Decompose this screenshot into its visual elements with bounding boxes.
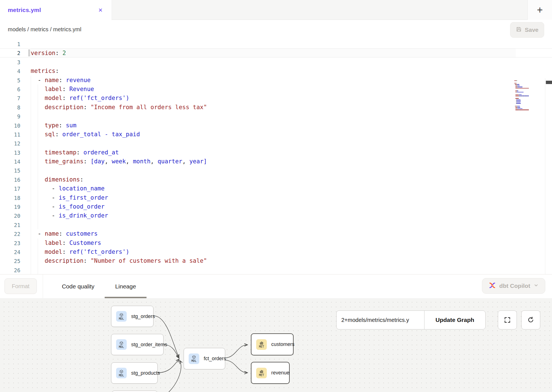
line-number: 12	[0, 139, 24, 148]
tab-strip-empty	[112, 0, 527, 20]
indent-guide	[38, 148, 45, 157]
code-line[interactable]: - name: customers	[31, 229, 516, 238]
line-number: 25	[0, 257, 24, 266]
scrollbar-track	[545, 78, 545, 274]
code-line[interactable]	[31, 139, 516, 148]
indent-guide	[38, 166, 45, 175]
indent-guide	[31, 247, 38, 256]
dbt-copilot-label: dbt Copilot	[499, 283, 530, 289]
code-text: model: ref('fct_orders')	[45, 247, 129, 256]
code-text: description: "Income from all orders les…	[45, 103, 207, 112]
indent-guide	[31, 175, 38, 184]
code-line[interactable]	[31, 266, 516, 274]
lineage-node-customers[interactable]: METcustomers	[251, 333, 294, 355]
lineage-node-stg_orders[interactable]: MDLstg_orders	[111, 306, 153, 327]
minimap-line	[514, 106, 520, 107]
code-line[interactable]: - name: revenue	[31, 76, 516, 85]
code-line[interactable]: label: Revenue	[31, 85, 516, 94]
code-line[interactable]	[31, 58, 516, 66]
line-number: 5	[0, 76, 24, 85]
line-number: 4	[0, 67, 24, 76]
code-text: type: sum	[45, 121, 76, 130]
code-line[interactable]: label: Customers	[31, 238, 516, 247]
update-graph-button[interactable]: Update Graph	[424, 311, 485, 329]
code-line[interactable]: sql: order_total - tax_paid	[31, 130, 516, 139]
code-line[interactable]: time_grains: [day, week, month, quarter,…	[31, 157, 516, 166]
close-icon[interactable]: ✕	[97, 6, 104, 14]
minimap-line	[514, 98, 519, 99]
code-line[interactable]: version: 2	[31, 48, 516, 57]
code-line[interactable]: description: "Income from all orders les…	[31, 103, 516, 112]
code-line[interactable]: metrics:	[31, 66, 516, 75]
code-line[interactable]: description: "Number of customers with a…	[31, 256, 516, 265]
minimap[interactable]	[514, 79, 541, 114]
code-line[interactable]: - is_drink_order	[31, 211, 516, 220]
dbt-copilot-icon	[489, 282, 496, 290]
code-area[interactable]: version: 2metrics:- name: revenuelabel: …	[31, 40, 516, 274]
code-line[interactable]: - location_name	[31, 184, 516, 193]
node-label: revenue	[271, 370, 289, 376]
lineage-node-stg_order_items[interactable]: MDLstg_order_items	[111, 334, 164, 355]
lineage-node-stg_products[interactable]: MDLstg_products	[111, 362, 158, 384]
line-number: 9	[0, 112, 24, 121]
lineage-node-partial[interactable]	[112, 391, 158, 392]
tab-code-quality[interactable]: Code quality	[56, 274, 100, 298]
line-number: 22	[0, 230, 24, 238]
code-line[interactable]: model: ref('fct_orders')	[31, 247, 516, 256]
lineage-node-revenue[interactable]: METrevenue	[251, 362, 290, 384]
code-line[interactable]: model: ref('fct_orders')	[31, 94, 516, 102]
node-label: customers	[271, 341, 294, 347]
line-number: 7	[0, 94, 24, 103]
code-text: - is_drink_order	[52, 211, 108, 220]
new-tab-area: +	[527, 0, 552, 20]
line-number: 23	[0, 239, 24, 248]
indent-guide	[31, 112, 38, 121]
code-line[interactable]: timestamp: ordered_at	[31, 148, 516, 157]
code-line[interactable]	[31, 40, 516, 49]
model-badge-icon: MDL	[116, 339, 127, 350]
breadcrumb-row: models / metrics / metrics.yml Save	[0, 20, 552, 39]
fullscreen-button[interactable]	[498, 310, 517, 329]
indent-guide	[38, 121, 45, 130]
indent-guide	[31, 256, 38, 265]
line-number: 18	[0, 193, 24, 202]
dbt-copilot-button[interactable]: dbt Copilot	[482, 278, 545, 294]
lineage-node-fct_orders[interactable]: MDLfct_orders	[184, 348, 225, 369]
model-badge-icon: MDL	[116, 368, 127, 378]
refresh-button[interactable]	[521, 310, 540, 329]
tab-lineage[interactable]: Lineage	[109, 274, 142, 298]
save-button[interactable]: Save	[510, 22, 544, 38]
scrollbar-thumb[interactable]	[546, 81, 552, 84]
format-button[interactable]: Format	[4, 278, 37, 294]
tab-metrics-yml[interactable]: metrics.yml ✕	[0, 0, 112, 20]
minimap-line	[514, 99, 520, 100]
code-line[interactable]: - is_first_order	[31, 193, 516, 202]
fullscreen-icon	[504, 316, 511, 324]
code-text: description: "Number of customers with a…	[45, 256, 207, 265]
plus-icon[interactable]: +	[537, 5, 543, 15]
code-editor[interactable]: 1234567891011121314151617181920212223242…	[0, 39, 552, 274]
indent-guide	[31, 184, 38, 193]
minimap-line	[514, 103, 521, 104]
code-line[interactable]	[31, 220, 516, 229]
panel-divider	[43, 274, 43, 298]
minimap-line	[514, 101, 521, 101]
code-text: - is_food_order	[52, 202, 105, 211]
refresh-icon	[527, 316, 535, 324]
indent-space	[45, 184, 52, 193]
minimap-line	[514, 84, 519, 85]
code-line[interactable]	[31, 166, 516, 175]
node-label: stg_order_items	[131, 342, 167, 348]
model-badge-icon: MDL	[116, 311, 127, 322]
code-line[interactable]: type: sum	[31, 121, 516, 130]
code-line[interactable]: - is_food_order	[31, 202, 516, 211]
code-line[interactable]: dimensions:	[31, 175, 516, 184]
code-text: label: Customers	[45, 238, 101, 247]
code-text: time_grains: [day, week, month, quarter,…	[45, 157, 207, 166]
code-text: model: ref('fct_orders')	[45, 94, 129, 102]
indent-guide	[31, 139, 38, 148]
node-label: stg_orders	[131, 314, 155, 319]
code-line[interactable]	[31, 112, 516, 121]
lineage-filter-input[interactable]	[337, 311, 424, 329]
lineage-canvas[interactable]: MDLstg_ordersMDLstg_order_itemsMDLstg_pr…	[0, 298, 552, 392]
